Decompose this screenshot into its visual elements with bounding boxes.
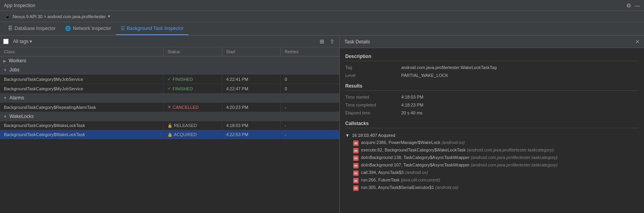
select-all-checkbox[interactable] [3,39,9,44]
wakelock-1-status: 🔓 RELEASED [164,121,222,130]
panel-title: Task Details [344,39,370,45]
wakelock-2-retries: - [281,130,339,139]
col-status: Status [164,47,222,56]
wakelock-1-status-icon: 🔓 [168,123,172,128]
table-row[interactable]: BackgroundTaskCategory$WakeLockTask 🔓 RE… [0,121,339,130]
toolbar-left: All tags ▾ [3,37,35,45]
export-button[interactable]: ⇧ [328,37,336,45]
method-package: (android.os) [435,185,458,190]
more-icon[interactable]: — [635,2,640,9]
tag-label: Tag [345,64,396,71]
wakelock-1-class: BackgroundTaskCategory$WakeLockTask [0,121,164,130]
callstack-expand-icon: ▼ [345,133,350,138]
method-text: acquire:2386, PowerManager$WakeLock (and… [361,140,465,145]
settings-icon[interactable]: ⚙ [626,2,631,9]
method-text: execute:82, BackgroundTaskCategory$WakeL… [361,148,554,152]
method-icon: m [353,170,359,176]
jobs-expand-icon: ▼ [3,68,7,72]
device-chevron-icon[interactable]: ▾ [108,14,110,19]
job-1-class: BackgroundTaskCategory$MyJobService [0,75,164,84]
time-completed-label: Time completed [345,102,396,108]
method-icon: m [353,163,359,168]
tab-bar: 🗄 Database Inspector 🌐 Network Inspector… [0,22,644,36]
elapsed-time-label: Elapsed time [345,110,396,116]
table-row[interactable]: BackgroundTaskCategory$WakeLockTask 🔒 AC… [0,130,339,139]
wakelocks-label: WakeLocks [9,114,34,119]
workers-label: Workers [9,58,26,64]
callstacks-section-title: Callstacks [345,121,638,128]
jobs-label: Jobs [9,67,19,73]
panel-body: Description Tag android.com.java.profile… [340,48,644,213]
level-value: PARTIAL_WAKE_LOCK [401,72,638,78]
callstack-item: m doInBackground:138, TaskCategory$Async… [345,154,638,162]
results-grid: Time started 4:18:03 PM Time completed 4… [345,94,638,116]
callstack-item: m call:394, AsyncTask$3 (android.os) [345,169,638,177]
table-view-button[interactable]: ⊞ [318,37,326,45]
device-icon: 📱 [5,14,10,19]
group-wakelocks[interactable]: ▼ WakeLocks [0,112,339,121]
callstack-item: m doInBackground:107, TaskCategory$Async… [345,162,638,169]
elapsed-time-value: 20 s 40 ms [401,110,638,116]
group-workers[interactable]: ▶ Workers [0,56,339,65]
method-package: (java.util.concurrent) [401,178,440,182]
title-bar: App Inspection ⚙ — [0,0,644,11]
title-bar-actions: ⚙ — [626,2,640,9]
results-section-title: Results [345,83,638,91]
method-name: acquire:2386, PowerManager$WakeLock [361,140,440,145]
job-1-start: 4:22:41 PM [222,75,281,84]
method-icon: m [353,148,359,153]
device-label: Nexus 9 API 30 > android.com.java.profil… [13,14,106,19]
table-row[interactable]: BackgroundTaskCategory$MyJobService ✓ FI… [0,75,339,84]
job-2-start: 4:22:47 PM [222,84,281,93]
wakelock-2-status: 🔒 ACQUIRED [164,130,222,139]
callstack-item: m run:305, AsyncTask$SerialExecutor$1 (a… [345,184,638,192]
alarms-expand-icon: ▼ [3,96,7,100]
job-1-status-icon: ✓ [168,77,171,82]
tag-value: android.com.java.profilertester:WakeLock… [401,64,638,71]
table-row[interactable]: BackgroundTaskCategory$RepeatingAlarmTas… [0,103,339,112]
job-1-status-text: FINISHED [173,77,193,82]
method-name: call:394, AsyncTask$3 [361,170,404,175]
tab-database[interactable]: 🗄 Database Inspector [3,22,60,35]
close-panel-button[interactable]: × [636,39,639,45]
job-2-retries: 0 [281,84,339,93]
wakelock-1-retries: - [281,121,339,130]
method-package: (android.com.java.profilertester.taskcat… [471,155,557,160]
group-jobs[interactable]: ▼ Jobs [0,65,339,75]
col-retries: Retries [281,47,339,56]
tab-network[interactable]: 🌐 Network Inspector [60,22,116,35]
left-panel: All tags ▾ ⊞ ⇧ Class Status Start Retrie… [0,36,340,213]
all-tags-button[interactable]: All tags ▾ [10,37,35,45]
table-header: Class Status Start Retries [0,47,339,56]
method-text: doInBackground:138, TaskCategory$AsyncTa… [361,155,558,160]
table-row[interactable]: BackgroundTaskCategory$MyJobService ✓ FI… [0,84,339,93]
method-name: run:305, AsyncTask$SerialExecutor$1 [361,185,434,190]
right-panel: Task Details × Description Tag android.c… [340,36,644,213]
tab-background[interactable]: ☰ Background Task Inspector [116,22,189,35]
method-icon: m [353,155,359,161]
method-icon: m [353,140,359,146]
description-section-title: Description [345,54,638,61]
toolbar-right: ⊞ ⇧ [318,37,336,45]
job-2-class: BackgroundTaskCategory$MyJobService [0,84,164,93]
wakelock-2-status-icon: 🔒 [168,133,172,137]
callstack-item: m execute:82, BackgroundTaskCategory$Wak… [345,147,638,154]
database-tab-icon: 🗄 [8,26,13,31]
group-alarms[interactable]: ▼ Alarms [0,93,339,103]
col-class: Class [0,47,164,56]
method-package: (android.com.java.profilertester.taskcat… [467,148,554,152]
title-bar-label: App Inspection [4,3,35,8]
background-tab-icon: ☰ [121,26,125,31]
callstack-header[interactable]: ▼ 16:18:03.407 Acquired [345,131,638,139]
network-tab-icon: 🌐 [65,26,71,31]
job-1-status: ✓ FINISHED [164,75,222,84]
method-package: (android.os) [405,170,428,175]
callstack-item: m run:266, FutureTask (java.util.concurr… [345,177,638,184]
alarm-1-start: 4:20:23 PM [222,103,281,112]
time-started-label: Time started [345,94,396,100]
method-icon: m [353,178,359,183]
method-package: (android.com.java.profilertester.taskcat… [471,163,557,167]
method-name: doInBackground:138, TaskCategory$AsyncTa… [361,155,469,160]
wakelock-2-start: 4:22:53 PM [222,130,281,139]
callstack-item: m acquire:2386, PowerManager$WakeLock (a… [345,139,638,147]
